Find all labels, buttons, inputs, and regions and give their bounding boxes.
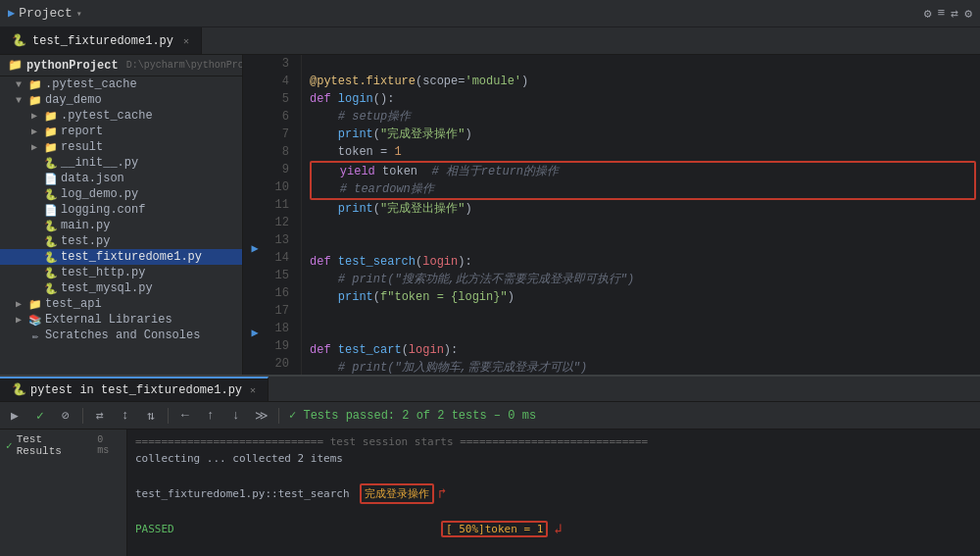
python-icon: 🐍 — [43, 220, 59, 232]
python-icon: 🐍 — [43, 282, 59, 295]
gutter-5 — [243, 88, 267, 105]
code-line-18 — [310, 324, 980, 341]
settings-icon[interactable]: ⚙ — [924, 6, 932, 22]
code-line-15: # print("搜索功能,此方法不需要完成登录即可执行") — [310, 271, 980, 288]
sidebar-item-scratches[interactable]: ✏️ Scratches and Consoles — [0, 328, 242, 343]
line-num-10: 10 — [267, 178, 295, 196]
test1-name: test_fixturedome1.py::test_search — [135, 485, 356, 502]
check-icon: ✓ — [6, 439, 13, 452]
toolbar-sep-1 — [82, 408, 83, 424]
code-line-4: @pytest.fixture(scope='module') — [310, 73, 980, 90]
arrow-icon: ▶ — [31, 110, 43, 122]
sidebar-label: .pytest_cache — [59, 109, 242, 123]
sidebar-item-test-api[interactable]: ▶ 📁 test_api — [0, 296, 242, 312]
collecting-text: collecting ... collected 2 items — [135, 450, 343, 467]
sidebar-item-report[interactable]: ▶ 📁 report — [0, 124, 242, 139]
sidebar-item-main[interactable]: 🐍 main.py — [0, 218, 242, 233]
sidebar-item-external-libraries[interactable]: ▶ 📚 External Libraries — [0, 312, 242, 328]
sidebar-item-pytest-cache[interactable]: ▶ 📁 .pytest_cache — [0, 108, 242, 124]
run-btn[interactable]: ▶ — [4, 405, 25, 427]
check-btn[interactable]: ✓ — [29, 405, 51, 427]
run-tab[interactable]: 🐍 pytest in test_fixturedome1.py ✕ — [0, 377, 269, 401]
folder-icon: 📁 — [43, 141, 59, 154]
gutter-4 — [243, 72, 267, 88]
gutter-14[interactable]: ▶ — [243, 240, 267, 257]
python-icon: 🐍 — [43, 251, 59, 264]
gutter-11 — [243, 189, 267, 206]
console-blank1 — [135, 467, 972, 483]
sidebar-label: test_api — [43, 297, 242, 311]
sidebar-item-init[interactable]: 🐍 __init__.py — [0, 155, 242, 171]
test1-token: [ 50%]token = 1 — [441, 521, 548, 537]
sidebar-label: __init__.py — [59, 156, 242, 170]
code-line-12 — [310, 218, 980, 235]
gutter-16 — [243, 274, 267, 290]
code-line-7: print("完成登录操作") — [310, 126, 980, 143]
gutter-20 — [243, 341, 267, 358]
line-num-13: 13 — [267, 231, 295, 249]
tests-passed-badge: ✓ Tests passed: 2 of 2 tests – 0 ms — [289, 408, 536, 423]
test1-annotation: 完成登录操作 — [360, 483, 434, 504]
gutter-6 — [243, 105, 267, 122]
tab-close-icon[interactable]: ✕ — [183, 35, 189, 47]
sidebar-label: .pytest_cache — [43, 77, 242, 91]
arrow-icon: ▶ — [31, 126, 43, 137]
down-btn[interactable]: ↓ — [225, 405, 247, 427]
toolbar-sep-3 — [278, 408, 279, 424]
line-numbers: 3 4 5 6 7 8 9 10 11 12 13 14 15 16 17 18… — [267, 55, 302, 375]
expand-btn[interactable]: ≫ — [251, 405, 272, 427]
sidebar-item-pytest-cache-root[interactable]: ▼ 📁 .pytest_cache — [0, 76, 242, 92]
sidebar-item-test[interactable]: 🐍 test.py — [0, 233, 242, 249]
sidebar-item-logging-conf[interactable]: 📄 logging.conf — [0, 202, 242, 218]
conf-icon: 📄 — [43, 204, 59, 217]
run-tab-close[interactable]: ✕ — [250, 384, 256, 396]
line-num-20: 20 — [267, 355, 295, 373]
up-btn[interactable]: ↑ — [200, 405, 221, 427]
gutter-12 — [243, 206, 267, 223]
sidebar: 📁 pythonProject D:\pycharm\pythonProject… — [0, 55, 243, 375]
line-num-4: 4 — [267, 73, 295, 90]
folder-icon: 📁 — [27, 78, 43, 91]
folder-icon: 📁 — [27, 298, 43, 311]
stop-btn[interactable]: ⊘ — [55, 405, 76, 427]
arrow-icon: ▶ — [16, 314, 27, 326]
menu-icon[interactable]: ≡ — [938, 6, 946, 21]
code-line-17 — [310, 306, 980, 324]
project-root-path: D:\pycharm\pythonProject — [126, 60, 243, 71]
line-num-17: 17 — [267, 302, 295, 320]
prev-btn[interactable]: ← — [174, 405, 196, 427]
rerun-btn[interactable]: ⇄ — [89, 405, 111, 427]
sidebar-item-test-mysql[interactable]: 🐍 test_mysql.py — [0, 280, 242, 296]
sidebar-item-log-demo[interactable]: 🐍 log_demo.py — [0, 186, 242, 202]
bottom-tabs: 🐍 pytest in test_fixturedome1.py ✕ — [0, 377, 980, 402]
sidebar-item-test-fixturedome1[interactable]: 🐍 test_fixturedome1.py — [0, 249, 242, 265]
line-num-5: 5 — [267, 90, 295, 108]
folder-icon: 📁 — [27, 94, 43, 107]
sort-btn[interactable]: ↕ — [115, 405, 136, 427]
gutter-19[interactable]: ▶ — [243, 325, 267, 341]
sidebar-item-data-json[interactable]: 📄 data.json — [0, 171, 242, 186]
editor-tab-bar: 🐍 test_fixturedome1.py ✕ — [0, 27, 980, 55]
sidebar-label: day_demo — [43, 93, 242, 107]
sidebar-item-day-demo[interactable]: ▼ 📁 day_demo — [0, 92, 242, 108]
code-content: @pytest.fixture(scope='module') def logi… — [302, 55, 980, 375]
project-menu[interactable]: ▶ Project ▾ — [8, 6, 82, 21]
swap-icon[interactable]: ⇄ — [951, 6, 958, 22]
tab-test-fixturedome1[interactable]: 🐍 test_fixturedome1.py ✕ — [0, 27, 202, 54]
project-label[interactable]: Project — [19, 6, 73, 21]
code-line-13 — [310, 235, 980, 253]
python-icon: 🐍 — [43, 267, 59, 279]
config-icon[interactable]: ⚙ — [964, 6, 972, 22]
sidebar-item-result[interactable]: ▶ 📁 result — [0, 139, 242, 155]
line-num-8: 8 — [267, 143, 295, 161]
test-results-label: Test Results — [17, 433, 94, 457]
top-bar: ▶ Project ▾ ⚙ ≡ ⇄ ⚙ — [0, 0, 980, 27]
filter-btn[interactable]: ⇅ — [140, 405, 162, 427]
code-line-5: def login(): — [310, 90, 980, 108]
editor-area: ▶ ▶ 3 4 5 6 7 8 9 10 11 12 13 14 15 16 1… — [243, 55, 980, 375]
line-num-3: 3 — [267, 55, 295, 73]
gutter-9 — [243, 156, 267, 173]
sidebar-item-test-http[interactable]: 🐍 test_http.py — [0, 265, 242, 280]
code-line-20: # print("加入购物车,需要完成登录才可以") — [310, 359, 980, 375]
python-icon: 🐍 — [43, 235, 59, 248]
